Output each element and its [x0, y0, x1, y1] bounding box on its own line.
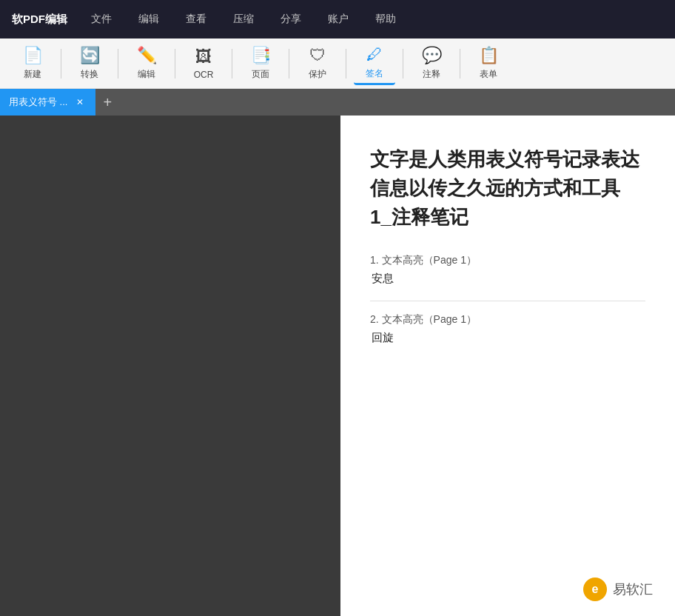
left-panel [0, 116, 340, 616]
new-icon: 📄 [23, 46, 43, 65]
tool-ocr[interactable]: 🖼 OCR [183, 42, 224, 85]
tab-label: 用表义符号 ... [9, 96, 67, 109]
separator-6 [346, 49, 346, 78]
tab-close-button[interactable]: ✕ [73, 96, 87, 109]
logo-text: 易软汇 [613, 580, 653, 598]
tool-page-label: 页面 [252, 68, 269, 81]
main-area: 文字是人类用表义符号记录表达信息以传之久远的方式和工具 1_注释笔记 1. 文本… [0, 116, 675, 616]
annotation-2-text: 回旋 [372, 331, 645, 345]
app-title: 软PDF编辑 [7, 13, 78, 27]
tool-convert-label: 转换 [81, 68, 98, 81]
tool-page[interactable]: 📑 页面 [240, 42, 281, 85]
tool-protect[interactable]: 🛡 保护 [297, 42, 338, 85]
tool-protect-label: 保护 [309, 68, 326, 81]
tab-add-button[interactable]: + [95, 89, 119, 116]
annotate-icon: 💬 [422, 46, 442, 65]
separator-3 [175, 49, 175, 78]
annotation-2-header: 2. 文本高亮（Page 1） [370, 313, 645, 327]
menu-bar: 软PDF编辑 文件 编辑 查看 压缩 分享 账户 帮助 [0, 0, 675, 38]
tool-form-label: 表单 [480, 68, 497, 81]
document-title: 文字是人类用表义符号记录表达信息以传之久远的方式和工具 1_注释笔记 [370, 145, 645, 232]
tab-document[interactable]: 用表义符号 ... ✕ [0, 89, 95, 116]
menu-help[interactable]: 帮助 [362, 0, 409, 38]
divider-1 [370, 301, 645, 301]
ocr-icon: 🖼 [195, 47, 212, 67]
menu-account[interactable]: 账户 [315, 0, 362, 38]
tool-ocr-label: OCR [194, 70, 214, 80]
protect-icon: 🛡 [309, 46, 326, 65]
tool-annotate[interactable]: 💬 注释 [411, 42, 452, 85]
toolbar: 📄 新建 🔄 转换 ✏️ 编辑 🖼 OCR 📑 页面 🛡 保护 🖊 签名 💬 注… [0, 38, 675, 89]
separator-2 [118, 49, 118, 78]
annotation-1: 1. 文本高亮（Page 1） 安息 [370, 254, 645, 286]
tool-form[interactable]: 📋 表单 [468, 42, 509, 85]
menu-file[interactable]: 文件 [78, 0, 125, 38]
form-icon: 📋 [479, 46, 499, 65]
logo-icon: e [583, 578, 607, 601]
tool-edit-label: 编辑 [138, 68, 155, 81]
annotation-2: 2. 文本高亮（Page 1） 回旋 [370, 313, 645, 345]
tool-sign[interactable]: 🖊 签名 [354, 42, 395, 85]
edit-icon: ✏️ [137, 46, 157, 65]
separator-5 [289, 49, 289, 78]
tool-edit[interactable]: ✏️ 编辑 [126, 42, 167, 85]
tab-bar: 用表义符号 ... ✕ + [0, 89, 675, 116]
convert-icon: 🔄 [80, 46, 100, 65]
tool-sign-label: 签名 [366, 67, 383, 80]
tool-convert[interactable]: 🔄 转换 [69, 42, 110, 85]
annotation-1-header: 1. 文本高亮（Page 1） [370, 254, 645, 267]
separator-1 [61, 49, 61, 78]
logo-letter: e [592, 583, 599, 596]
separator-7 [403, 49, 403, 78]
pdf-area: 文字是人类用表义符号记录表达信息以传之久远的方式和工具 1_注释笔记 1. 文本… [340, 116, 675, 616]
separator-8 [460, 49, 460, 78]
tool-new[interactable]: 📄 新建 [12, 42, 53, 85]
page-icon: 📑 [251, 46, 271, 65]
menu-view[interactable]: 查看 [172, 0, 220, 38]
menu-compress[interactable]: 压缩 [220, 0, 267, 38]
menu-share[interactable]: 分享 [267, 0, 315, 38]
doc-footer: e 易软汇 [583, 578, 653, 601]
menu-edit[interactable]: 编辑 [125, 0, 172, 38]
menu-items: 文件 编辑 查看 压缩 分享 账户 帮助 [78, 0, 409, 38]
annotation-1-text: 安息 [372, 272, 645, 286]
tool-new-label: 新建 [24, 68, 41, 81]
separator-4 [232, 49, 232, 78]
sign-icon: 🖊 [366, 45, 383, 64]
tool-annotate-label: 注释 [423, 68, 440, 81]
